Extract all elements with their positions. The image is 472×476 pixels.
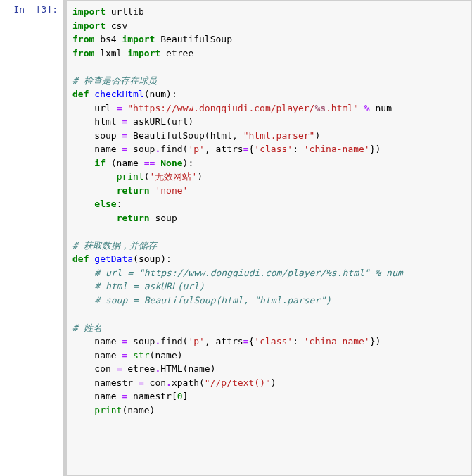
code-line: soup = BeautifulSoup(html, "html.parser"… [72, 129, 466, 143]
code-line: url = "https://www.dongqiudi.com/player/… [72, 101, 466, 115]
code-line [72, 225, 466, 239]
input-prompt-area: In [3]: [0, 0, 63, 476]
code-line: name = str(name) [72, 349, 466, 363]
code-line: def getData(soup): [72, 252, 466, 266]
input-prompt-label: In [3]: [13, 4, 58, 15]
code-line: html = askURL(url) [72, 115, 466, 129]
code-line: con = etree.HTML(name) [72, 362, 466, 376]
code-line: # url = "https://www.dongqiudi.com/playe… [72, 266, 466, 280]
code-line: import csv [72, 19, 466, 33]
code-line: else: [72, 197, 466, 211]
code-line: # 获取数据，并储存 [72, 239, 466, 253]
code-line: name = soup.find('p', attrs={'class': 'c… [72, 334, 466, 349]
code-line [72, 60, 466, 74]
code-line: return soup [72, 211, 466, 225]
code-line: if (name == None): [72, 156, 466, 170]
code-line: name = soup.find('p', attrs={'class': 'c… [72, 142, 466, 156]
code-line: def checkHtml(num): [72, 87, 466, 101]
code-line: from bs4 import BeautifulSoup [72, 32, 466, 46]
code-line: return 'none' [72, 184, 466, 198]
code-line: import urllib [72, 5, 466, 19]
code-line: namestr = con.xpath("//p/text()") [72, 376, 466, 390]
code-line: # 姓名 [72, 321, 466, 335]
code-input-cell[interactable]: import urllib import csv from bs4 import… [63, 0, 472, 476]
code-line: print('无效网站') [72, 170, 466, 184]
code-line [72, 307, 466, 321]
code-line: from lxml import etree [72, 46, 466, 61]
code-line: # 检查是否存在球员 [72, 74, 466, 88]
code-line: # html = askURL(url) [72, 280, 466, 294]
code-line: print(name) [72, 403, 466, 418]
code-line: # soup = BeautifulSoup(html, "html.parse… [72, 294, 466, 308]
code-line: name = namestr[0] [72, 389, 466, 403]
